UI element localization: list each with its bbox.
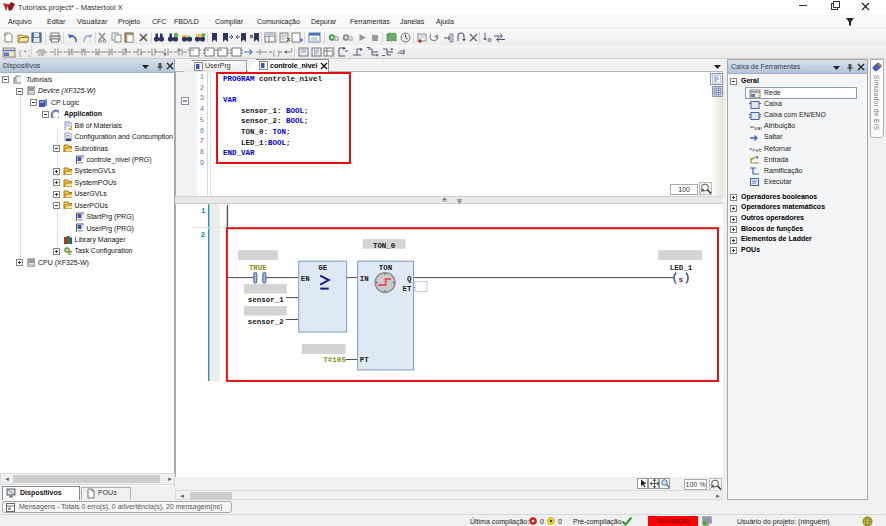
svg-text:PT: PT xyxy=(360,356,369,364)
svg-text:var: var xyxy=(38,51,45,57)
svg-text:var: var xyxy=(754,124,762,131)
svg-text:1: 1 xyxy=(201,207,206,215)
svg-text:(): () xyxy=(272,49,280,57)
svg-text:ET: ET xyxy=(403,285,412,293)
svg-text:(*): (*) xyxy=(18,48,30,57)
svg-text:2: 2 xyxy=(200,231,205,239)
svg-text:TON: TON xyxy=(379,264,392,272)
svg-text:IN: IN xyxy=(360,275,369,283)
svg-text:sensor_2: sensor_2 xyxy=(248,318,284,326)
svg-text:sensor_1: sensor_1 xyxy=(248,296,284,304)
svg-text:LED_1: LED_1 xyxy=(670,264,693,272)
svg-text:TON_0: TON_0 xyxy=(373,242,396,250)
svg-text:TRUE: TRUE xyxy=(249,264,267,272)
svg-text:GE: GE xyxy=(318,264,327,272)
svg-text:ret: ret xyxy=(752,146,762,153)
svg-text:s: s xyxy=(679,275,684,284)
svg-text:Q: Q xyxy=(407,275,412,283)
svg-text:T#10S: T#10S xyxy=(323,356,346,364)
svg-text:EN: EN xyxy=(301,275,310,283)
